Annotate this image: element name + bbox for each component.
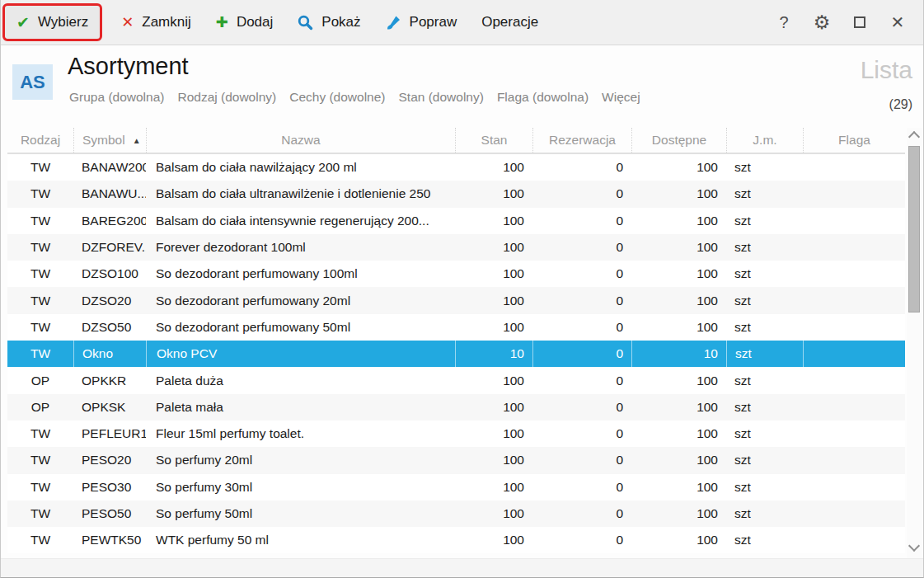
column-header-jm[interactable]: J.m. <box>726 128 803 153</box>
cell-jm: szt <box>726 208 803 234</box>
cell-symbol: BANAWU... <box>73 181 146 207</box>
cell-flaga <box>803 421 905 447</box>
cell-rodzaj: OP <box>7 394 73 421</box>
table-row-selected[interactable]: TWOknoOkno PCV10010szt <box>7 341 905 367</box>
page-title: Asortyment <box>68 53 189 80</box>
gear-icon: ⚙ <box>814 12 831 34</box>
cell-rodzaj: TW <box>7 287 73 313</box>
cell-nazwa: So dezodorant perfumowany 20ml <box>146 287 455 313</box>
filter-cechy-dowolne[interactable]: Cechy (dowolne) <box>289 90 385 105</box>
toolbar-button-popraw[interactable]: Popraw <box>373 0 470 45</box>
table-row[interactable]: OPOPKSKPaleta mała1000100szt <box>7 394 905 421</box>
cell-symbol: PEWTK50 <box>73 527 146 553</box>
filter-flaga-dowolna[interactable]: Flaga (dowolna) <box>497 90 589 105</box>
cell-rezerwacja: 0 <box>532 341 631 367</box>
cell-nazwa: Fleur 15ml perfumy toalet. <box>146 421 455 447</box>
cell-stan: 100 <box>455 234 532 261</box>
cell-dostepne: 100 <box>631 287 726 313</box>
filter-stan-dowolny[interactable]: Stan (dowolny) <box>399 90 484 105</box>
cell-dostepne: 100 <box>631 500 726 527</box>
toolbar-button-zamknij[interactable]: ✕Zamknij <box>109 0 204 45</box>
column-header-label: Nazwa <box>281 133 320 148</box>
cell-jm: szt <box>726 527 803 553</box>
cell-symbol: DZSO50 <box>73 314 146 341</box>
cell-jm: szt <box>726 181 803 207</box>
cell-nazwa: Forever dezodorant 100ml <box>146 234 455 261</box>
cell-stan: 100 <box>455 500 532 527</box>
column-header-rezerwacja[interactable]: Rezerwacja <box>532 128 631 153</box>
filter-rodzaj-dowolny[interactable]: Rodzaj (dowolny) <box>177 90 276 105</box>
cell-rodzaj: TW <box>7 527 73 553</box>
column-header-dostepne[interactable]: Dostępne <box>631 128 726 153</box>
cell-dostepne: 100 <box>631 181 726 207</box>
cell-dostepne: 100 <box>631 154 726 181</box>
cell-stan: 100 <box>455 261 532 287</box>
cell-rezerwacja: 0 <box>532 154 631 181</box>
column-header-label: Stan <box>481 133 508 148</box>
table-row[interactable]: TWPESO20So perfumy 20ml1000100szt <box>7 447 905 473</box>
cell-rodzaj: TW <box>7 234 73 261</box>
column-header-flaga[interactable]: Flaga <box>803 128 905 153</box>
cell-symbol: PESO20 <box>73 447 146 473</box>
help-button[interactable]: ? <box>765 0 803 45</box>
filter-wiecej[interactable]: Więcej <box>602 90 640 105</box>
table-row[interactable]: TWBANAWU...Balsam do ciała ultranawilżen… <box>7 181 905 207</box>
cell-flaga <box>803 341 905 367</box>
toolbar-button-label: Pokaż <box>321 14 360 31</box>
table-row[interactable]: TWDZFOREV...Forever dezodorant 100ml1000… <box>7 234 905 261</box>
scroll-up-icon[interactable] <box>909 130 919 140</box>
cell-rezerwacja: 0 <box>532 287 631 313</box>
bottom-strip <box>1 558 923 578</box>
table-row[interactable]: TWPESO30So perfumy 30ml1000100szt <box>7 474 905 500</box>
plus-icon: ✚ <box>216 13 228 31</box>
cell-rezerwacja: 0 <box>532 208 631 234</box>
column-header-rodzaj[interactable]: Rodzaj <box>7 128 73 153</box>
cell-rezerwacja: 0 <box>532 447 631 473</box>
cell-jm: szt <box>726 421 803 447</box>
cell-rezerwacja: 0 <box>532 234 631 261</box>
view-label: Lista <box>861 56 912 84</box>
cell-dostepne: 100 <box>631 447 726 473</box>
table-row[interactable]: TWDZSO100So dezodorant perfumowany 100ml… <box>7 261 905 287</box>
table-row[interactable]: TWBAREG200Balsam do ciała intensywnie re… <box>7 208 905 234</box>
column-header-symbol[interactable]: Symbol▲ <box>73 128 146 153</box>
scroll-down-icon[interactable] <box>909 542 919 552</box>
maximize-button[interactable] <box>841 0 879 45</box>
cell-jm: szt <box>726 500 803 527</box>
cell-symbol: DZSO20 <box>73 287 146 313</box>
table-row[interactable]: TWPESO50So perfumy 50ml1000100szt <box>7 500 905 527</box>
cell-rezerwacja: 0 <box>532 421 631 447</box>
close-button[interactable]: ✕ <box>879 0 917 45</box>
cell-symbol: DZSO100 <box>73 261 146 287</box>
table-row[interactable]: TWPEWTK50WTK perfumy 50 ml1000100szt <box>7 527 905 553</box>
table-row[interactable]: TWPEFLEUR15Fleur 15ml perfumy toalet.100… <box>7 421 905 447</box>
column-header-stan[interactable]: Stan <box>455 128 532 153</box>
cell-flaga <box>803 314 905 341</box>
cell-flaga <box>803 181 905 207</box>
vertical-scrollbar[interactable] <box>907 128 922 558</box>
cell-dostepne: 100 <box>631 474 726 500</box>
table-row[interactable]: TWDZSO50So dezodorant perfumowany 50ml10… <box>7 314 905 341</box>
cell-nazwa: Okno PCV <box>146 341 455 367</box>
cell-dostepne: 100 <box>631 527 726 553</box>
scrollbar-thumb[interactable] <box>908 146 920 312</box>
cell-rezerwacja: 0 <box>532 527 631 553</box>
cell-symbol: PEFLEUR15 <box>73 421 146 447</box>
toolbar-button-dodaj[interactable]: ✚Dodaj <box>204 0 286 45</box>
cell-rezerwacja: 0 <box>532 394 631 421</box>
cell-rodzaj: TW <box>7 500 73 527</box>
cell-rodzaj: TW <box>7 341 73 367</box>
table-row[interactable]: TWDZSO20So dezodorant perfumowany 20ml10… <box>7 287 905 313</box>
toolbar-button-pokaz[interactable]: Pokaż <box>285 0 373 45</box>
table-row[interactable]: OPOPKKRPaleta duża1000100szt <box>7 367 905 393</box>
cell-rodzaj: TW <box>7 447 73 473</box>
toolbar-button-wybierz[interactable]: ✔Wybierz <box>8 6 96 39</box>
column-header-nazwa[interactable]: Nazwa <box>146 128 455 153</box>
cell-symbol: OPKSK <box>73 394 146 421</box>
cell-nazwa: Paleta duża <box>146 367 455 393</box>
toolbar-button-operacje[interactable]: Operacje <box>469 0 551 45</box>
table-row[interactable]: TWBANAW200Balsam do ciała nawilżający 20… <box>7 154 905 181</box>
filter-grupa-dowolna[interactable]: Grupa (dowolna) <box>69 90 164 105</box>
cell-jm: szt <box>726 447 803 473</box>
settings-button[interactable]: ⚙ <box>803 0 841 45</box>
